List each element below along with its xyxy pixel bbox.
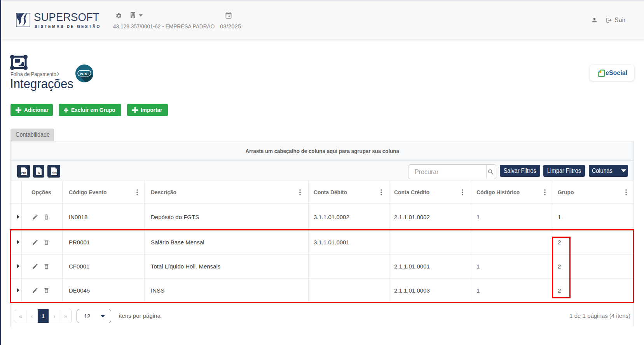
svg-text:WIKI: WIKI	[80, 72, 89, 76]
svg-text:CSV: CSV	[52, 172, 57, 174]
svg-text:x: x	[38, 171, 40, 174]
svg-text:PDF: PDF	[21, 172, 26, 174]
